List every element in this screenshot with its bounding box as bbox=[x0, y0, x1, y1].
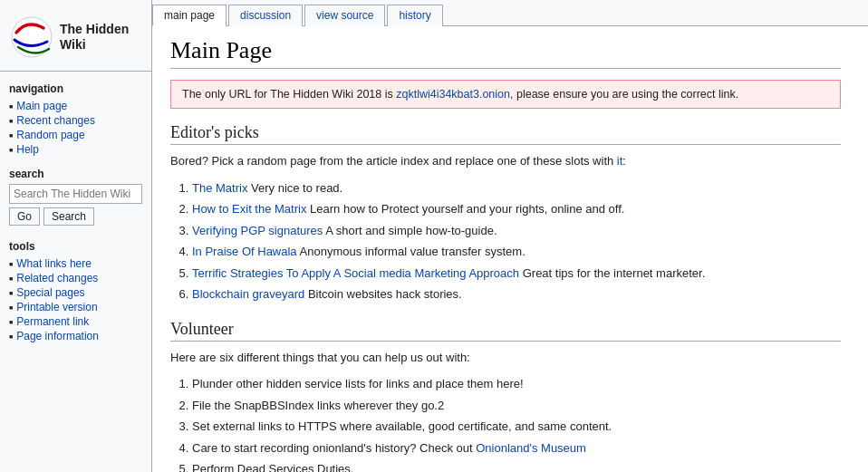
sidebar-item-permanent-link[interactable]: Permanent link bbox=[9, 314, 142, 329]
sidebar-item-help[interactable]: Help bbox=[9, 142, 142, 157]
sidebar-item-printable-version[interactable]: Printable version bbox=[9, 300, 142, 314]
search-input[interactable] bbox=[9, 184, 142, 204]
social-media-link[interactable]: Terrific Strategies To Apply A Social me… bbox=[192, 266, 519, 280]
list-item: Plunder other hidden service lists for l… bbox=[192, 373, 841, 395]
onion-url-link[interactable]: zqktlwi4i34kbat3.onion bbox=[396, 88, 510, 101]
editors-picks-section: Editor's picks Bored? Pick a random page… bbox=[170, 123, 841, 305]
tab-view-source[interactable]: view source bbox=[304, 5, 385, 26]
list-item: Verifying PGP signatures A short and sim… bbox=[192, 220, 841, 242]
list-item: Set external links to HTTPS where availa… bbox=[192, 416, 841, 438]
tab-main-page[interactable]: main page bbox=[152, 5, 227, 26]
pgp-link[interactable]: Verifying PGP signatures bbox=[192, 224, 323, 237]
list-item: Care to start recording onionland's hist… bbox=[192, 438, 841, 459]
editors-picks-title: Editor's picks bbox=[170, 123, 841, 145]
blockchain-link[interactable]: Blockchain graveyard bbox=[192, 287, 304, 301]
alert-text-after: , please ensure you are using the correc… bbox=[510, 88, 738, 101]
go-button[interactable]: Go bbox=[9, 207, 40, 226]
search-section: search Go Search bbox=[0, 164, 151, 236]
volunteer-title: Volunteer bbox=[170, 320, 841, 342]
onionland-museum-link[interactable]: Onionland's Museum bbox=[476, 441, 586, 455]
alert-text-before: The only URL for The Hidden Wiki 2018 is bbox=[182, 88, 396, 101]
sidebar-item-related-changes[interactable]: Related changes bbox=[9, 271, 142, 285]
list-item: Terrific Strategies To Apply A Social me… bbox=[192, 263, 841, 284]
tools-title: tools bbox=[9, 240, 142, 253]
list-item: Perform Dead Services Duties. bbox=[192, 458, 841, 472]
sidebar-item-page-information[interactable]: Page information bbox=[9, 329, 142, 343]
it-link[interactable]: it bbox=[617, 154, 623, 168]
volunteer-list: Plunder other hidden service lists for l… bbox=[192, 373, 841, 472]
sidebar-item-main-page[interactable]: Main page bbox=[9, 99, 142, 113]
editors-picks-list: The Matrix Very nice to read. How to Exi… bbox=[192, 178, 841, 305]
sidebar-item-special-pages[interactable]: Special pages bbox=[9, 285, 142, 300]
search-button[interactable]: Search bbox=[43, 207, 94, 226]
list-item: Blockchain graveyard Bitcoin websites ha… bbox=[192, 284, 841, 305]
exit-matrix-link[interactable]: How to Exit the Matrix bbox=[192, 202, 306, 216]
list-item: File the SnapBBSIndex links wherever the… bbox=[192, 395, 841, 417]
alert-box: The only URL for The Hidden Wiki 2018 is… bbox=[170, 80, 841, 109]
navigation-section: navigation Main page Recent changes Rand… bbox=[0, 79, 151, 164]
volunteer-intro: Here are six different things that you c… bbox=[170, 349, 841, 367]
volunteer-section: Volunteer Here are six different things … bbox=[170, 320, 841, 473]
tabs-bar: main page discussion view source history bbox=[152, 0, 868, 26]
matrix-link[interactable]: The Matrix bbox=[192, 181, 247, 195]
page-title: Main Page bbox=[170, 37, 841, 69]
tab-discussion[interactable]: discussion bbox=[228, 5, 303, 26]
list-item: How to Exit the Matrix Learn how to Prot… bbox=[192, 198, 841, 220]
tab-history[interactable]: history bbox=[387, 5, 442, 26]
tools-section: tools What links here Related changes Sp… bbox=[0, 236, 151, 351]
hawala-link[interactable]: In Praise Of Hawala bbox=[192, 245, 297, 258]
editors-picks-intro: Bored? Pick a random page from the artic… bbox=[170, 152, 841, 170]
sidebar-item-recent-changes[interactable]: Recent changes bbox=[9, 113, 142, 128]
list-item: In Praise Of Hawala Anonymous informal v… bbox=[192, 241, 841, 263]
list-item: The Matrix Very nice to read. bbox=[192, 178, 841, 199]
sidebar-item-random-page[interactable]: Random page bbox=[9, 128, 142, 142]
sidebar-item-what-links-here[interactable]: What links here bbox=[9, 256, 142, 271]
navigation-title: navigation bbox=[9, 82, 142, 95]
search-title: search bbox=[9, 168, 142, 180]
logo-text: The Hidden Wiki bbox=[60, 22, 142, 53]
site-logo: The Hidden Wiki bbox=[0, 7, 151, 72]
